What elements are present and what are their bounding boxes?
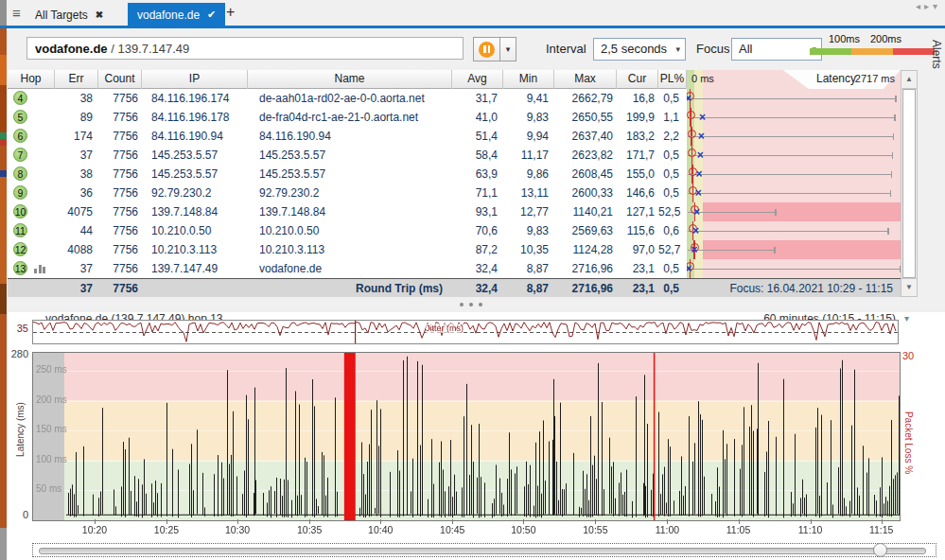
chevron-down-icon[interactable]: ▾ xyxy=(933,1,941,11)
target-ip: 139.7.147.49 xyxy=(117,42,189,56)
summary-avg: 32,4 xyxy=(452,279,503,298)
col-max: Max xyxy=(554,70,617,89)
slider-track[interactable] xyxy=(39,548,926,554)
chevron-right-icon[interactable]: ▸ xyxy=(924,1,933,11)
chevron-down-icon: ▾ xyxy=(675,39,680,60)
splitter-grip-icon xyxy=(460,303,482,306)
cell-hop: 13 xyxy=(8,259,55,278)
cell-pl: 0,5 xyxy=(658,165,687,184)
pause-dropdown-button[interactable]: ▾ xyxy=(499,37,516,61)
time-tick-label: 11:05 xyxy=(720,524,758,535)
hop-number-badge: 4 xyxy=(13,91,27,105)
hop-number-badge: 10 xyxy=(13,204,27,219)
col-hop: Hop xyxy=(8,70,55,89)
cell-count: 7756 xyxy=(98,165,142,184)
cell-count: 7756 xyxy=(98,240,142,259)
legend-orange-segment xyxy=(851,48,893,55)
min-max-range-bar xyxy=(688,250,776,252)
tab-bar: ≡ All Targets ✖ vodafone.de ✔ + ◂▸▾ xyxy=(7,0,945,26)
hop-table-header: Hop Err Count IP Name Avg Min Max Cur PL… xyxy=(8,70,901,89)
chevron-down-icon: ▾ xyxy=(506,44,511,54)
focus-value: All xyxy=(739,42,752,56)
hop-number-badge: 5 xyxy=(13,110,27,124)
cell-min: 8,87 xyxy=(503,259,554,278)
cell-latency-graph: × xyxy=(687,259,901,278)
col-name: Name xyxy=(248,70,452,89)
jitter-canvas[interactable] xyxy=(33,321,898,343)
hop-row[interactable]: 1144775610.210.0.5010.210.0.5070,69,8325… xyxy=(8,221,901,240)
current-marker-icon: × xyxy=(694,165,703,184)
cell-cur: 146,6 xyxy=(617,184,658,202)
hop-row[interactable]: 1040757756139.7.148.84139.7.148.8493,112… xyxy=(8,202,901,221)
chevron-left-icon[interactable]: ◂ xyxy=(916,1,924,11)
slider-thumb[interactable] xyxy=(873,543,887,557)
cell-avg: 93,1 xyxy=(452,202,503,221)
new-tab-button[interactable]: + xyxy=(226,4,235,21)
cell-name: 145.253.5.57 xyxy=(248,165,452,184)
latency-timeline-canvas[interactable] xyxy=(33,353,900,520)
target-address-box[interactable]: vodafone.de / 139.7.147.49 xyxy=(26,37,464,60)
current-marker-icon: × xyxy=(687,259,692,278)
table-scrollbar[interactable]: ▲ ▼ xyxy=(901,70,918,297)
col-min: Min xyxy=(503,70,554,89)
focus-select[interactable]: All▾ xyxy=(731,38,822,61)
summary-cur: 23,1 xyxy=(617,279,658,298)
cell-latency-graph: × xyxy=(687,146,901,165)
cell-avg: 71,1 xyxy=(452,184,503,202)
close-icon[interactable]: ✖ xyxy=(96,9,103,20)
col-avg: Avg xyxy=(452,70,503,89)
hop-row[interactable]: 13377756139.7.147.49vodafone.de32,48,872… xyxy=(8,259,901,278)
hop-row[interactable]: 589775684.116.196.178de-fra04d-rc1-ae-21… xyxy=(8,108,901,127)
cell-pl: 52,7 xyxy=(658,240,687,259)
current-marker-icon: × xyxy=(691,240,699,259)
interval-select[interactable]: 2,5 seconds▾ xyxy=(593,38,686,61)
summary-label: Round Trip (ms) xyxy=(248,279,452,298)
cell-max: 2650,55 xyxy=(554,108,617,127)
cell-min: 13,11 xyxy=(503,184,554,202)
summary-max: 2716,96 xyxy=(554,279,617,298)
hop-row[interactable]: 438775684.116.196.174de-aah01a-rd02-ae-0… xyxy=(8,89,901,108)
menu-hamburger-icon[interactable]: ≡ xyxy=(12,5,21,21)
hop-row[interactable]: 7377756145.253.5.57145.253.5.5758,411,17… xyxy=(8,146,901,165)
hop-row[interactable]: 124088775610.210.3.11310.210.3.11387,210… xyxy=(8,240,901,259)
pause-button[interactable] xyxy=(473,37,500,61)
panel-splitter[interactable] xyxy=(8,297,945,312)
tab-scroll-controls[interactable]: ◂▸▾ xyxy=(916,1,941,11)
cell-ip: 84.116.196.174 xyxy=(142,89,248,108)
jitter-axis-max-label: 35 xyxy=(8,323,28,334)
cell-ip: 10.210.3.113 xyxy=(142,240,248,259)
cell-latency-graph: × xyxy=(687,184,901,202)
time-tick-label: 10:35 xyxy=(290,524,328,535)
time-tick-label: 10:20 xyxy=(76,524,114,535)
cell-ip: 139.7.147.49 xyxy=(142,259,248,278)
cell-cur: 16,8 xyxy=(617,89,658,108)
alerts-side-tab[interactable]: Alerts xyxy=(930,40,943,69)
cell-cur: 199,9 xyxy=(617,108,658,127)
scroll-down-icon[interactable]: ▼ xyxy=(901,278,917,296)
cell-ip: 145.253.5.57 xyxy=(142,165,248,184)
tab-vodafone[interactable]: vodafone.de ✔ xyxy=(128,3,225,26)
cell-cur: 171,7 xyxy=(617,146,658,165)
cell-hop: 12 xyxy=(8,240,55,259)
time-range-slider[interactable] xyxy=(32,543,936,557)
jitter-strip[interactable] xyxy=(32,320,899,344)
cell-pl: 52,5 xyxy=(658,202,687,221)
cell-err: 174 xyxy=(55,127,98,146)
latency-timeline-plot[interactable] xyxy=(32,352,901,521)
tab-all-targets[interactable]: All Targets ✖ xyxy=(26,3,113,26)
cell-count: 7756 xyxy=(98,259,142,278)
hop-row[interactable]: 8387756145.253.5.57145.253.5.5763,99,862… xyxy=(8,165,901,184)
cell-err: 4088 xyxy=(55,240,98,259)
scroll-up-icon[interactable]: ▲ xyxy=(901,71,917,89)
chevron-down-icon[interactable]: ▾ xyxy=(904,313,909,324)
hop-number-badge: 6 xyxy=(13,129,27,143)
cell-latency-graph: × xyxy=(687,202,901,221)
packet-loss-axis-max-label: 30 xyxy=(902,350,914,361)
hop-row[interactable]: 6174775684.116.190.9484.116.190.9451,49,… xyxy=(8,127,901,146)
hop-row[interactable]: 936775692.79.230.292.79.230.271,113,1126… xyxy=(8,184,901,202)
current-marker-icon: × xyxy=(694,184,703,202)
summary-focus-range: Focus: 16.04.2021 10:29 - 11:15 xyxy=(687,279,901,298)
scrollbar-thumb[interactable] xyxy=(902,89,916,278)
time-tick-label: 10:25 xyxy=(148,524,185,535)
cell-max: 2569,63 xyxy=(554,221,617,240)
